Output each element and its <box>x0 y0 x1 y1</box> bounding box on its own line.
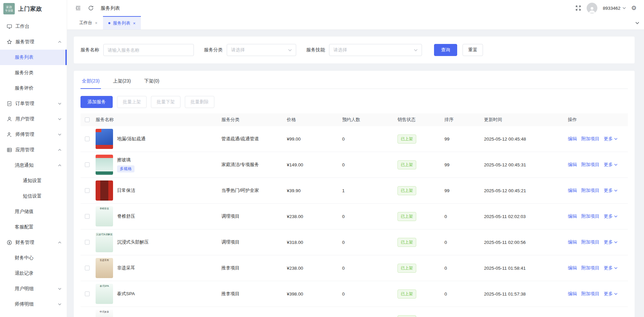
sidebar-item-notify-settings[interactable]: 通知设置 <box>0 173 67 189</box>
sidebar-item-label: 服务评价 <box>15 85 61 91</box>
refresh-icon[interactable] <box>88 5 94 11</box>
addon-items-link[interactable]: 附加项目 <box>581 188 599 194</box>
status-badge: 已上架 <box>397 289 416 299</box>
service-tag: 多规格 <box>117 165 135 172</box>
table-row: 非遗采耳 非遗采耳 推拿项目 ¥238.00 0 已上架 0 2025-05-1… <box>80 255 628 281</box>
topbar-right: 8933462 ⚙ <box>575 3 637 13</box>
user-avatar[interactable] <box>587 3 597 13</box>
row-checkbox[interactable] <box>85 214 90 219</box>
select-all-checkbox[interactable] <box>85 117 90 122</box>
col-actions: 操作 <box>568 117 628 123</box>
sidebar-item-finance-center[interactable]: 财务中心 <box>0 250 67 266</box>
settings-gear-icon[interactable]: ⚙ <box>631 5 637 11</box>
addon-items-link[interactable]: 附加项目 <box>581 136 599 142</box>
addon-items-link[interactable]: 附加项目 <box>581 239 599 245</box>
batch-on-shelf-button[interactable]: 批量上架 <box>117 96 147 108</box>
reset-button[interactable]: 重置 <box>463 44 483 56</box>
edit-link[interactable]: 编辑 <box>568 239 577 245</box>
sidebar-item-service-mgmt[interactable]: 服务管理 <box>0 34 67 50</box>
addon-items-link[interactable]: 附加项目 <box>581 162 599 168</box>
service-sort: 0 <box>444 292 484 297</box>
service-skill-select[interactable]: 请选择 <box>329 44 422 56</box>
sidebar-item-finance-mgmt[interactable]: 财务管理 <box>0 235 67 250</box>
service-category-select[interactable]: 请选择 <box>227 44 296 56</box>
more-link[interactable]: 更多 <box>604 162 618 168</box>
row-checkbox[interactable] <box>85 188 90 193</box>
tab-on-shelf[interactable]: 上架(23) <box>112 76 132 89</box>
sidebar-item-user-details[interactable]: 用户明细 <box>0 281 67 297</box>
user-icon <box>7 116 12 122</box>
service-category: 调理项目 <box>221 239 287 245</box>
sidebar-item-user-stored-value[interactable]: 用户储值 <box>0 204 67 219</box>
row-checkbox[interactable] <box>85 137 90 141</box>
sidebar-item-customer-service-config[interactable]: 客服配置 <box>0 219 67 235</box>
fullscreen-icon[interactable] <box>575 5 581 11</box>
tab-service-list[interactable]: 服务列表 × <box>103 16 141 30</box>
col-price: 价格 <box>287 117 342 123</box>
tab-list-dropdown[interactable] <box>635 16 639 30</box>
edit-link[interactable]: 编辑 <box>568 265 577 271</box>
sidebar-item-worker-details[interactable]: 师傅明细 <box>0 297 67 312</box>
more-link[interactable]: 更多 <box>604 213 618 219</box>
more-link[interactable]: 更多 <box>604 265 618 271</box>
service-name-wrap: 日常保洁 <box>117 188 135 194</box>
user-menu[interactable]: 8933462 <box>603 6 626 11</box>
sidebar-item-decoration-mgmt[interactable]: 装修管理 <box>0 312 67 317</box>
tab-workbench[interactable]: 工作台 × <box>74 16 103 30</box>
chevron-down-icon <box>614 190 618 192</box>
close-icon[interactable]: × <box>95 20 98 25</box>
table-row: 泰式SPA 泰式SPA 推拿项目 ¥398.00 0 已上架 0 2025-05… <box>80 281 628 307</box>
sidebar-item-service-review[interactable]: 服务评价 <box>0 81 67 96</box>
sidebar-item-label: 应用管理 <box>15 147 58 153</box>
collapse-sidebar-icon[interactable] <box>75 5 81 11</box>
sidebar-item-message-notify[interactable]: 消息通知 <box>0 158 67 173</box>
service-updated-time: 2025-05-12 00:45:31 <box>484 162 568 167</box>
logo[interactable]: 家政 专业版 上门家政 <box>0 0 67 17</box>
row-checkbox[interactable] <box>85 266 90 270</box>
more-link[interactable]: 更多 <box>604 239 618 245</box>
sidebar-item-user-mgmt[interactable]: 用户管理 <box>0 111 67 127</box>
more-link[interactable]: 更多 <box>604 291 618 297</box>
add-service-button[interactable]: 添加服务 <box>80 96 113 108</box>
more-link[interactable]: 更多 <box>604 136 618 142</box>
row-checkbox[interactable] <box>85 240 90 245</box>
addon-items-link[interactable]: 附加项目 <box>581 291 599 297</box>
row-checkbox[interactable] <box>85 162 90 167</box>
service-category: 推拿项目 <box>221 265 287 271</box>
sidebar-item-service-list[interactable]: 服务列表 <box>0 50 67 65</box>
sidebar-item-app-mgmt[interactable]: 应用管理 <box>0 142 67 158</box>
chevron-down-icon <box>623 7 626 9</box>
batch-delete-button[interactable]: 批量删除 <box>185 96 214 108</box>
service-name-input[interactable] <box>103 44 194 56</box>
edit-link[interactable]: 编辑 <box>568 162 577 168</box>
chevron-down-icon <box>614 267 618 269</box>
edit-link[interactable]: 编辑 <box>568 188 577 194</box>
col-bookings: 预约人数 <box>342 117 397 123</box>
close-icon[interactable]: × <box>133 21 136 26</box>
sidebar-item-refund-records[interactable]: 退款记录 <box>0 266 67 281</box>
edit-link[interactable]: 编辑 <box>568 291 577 297</box>
sidebar-item-order-mgmt[interactable]: 订单管理 <box>0 96 67 111</box>
addon-items-link[interactable]: 附加项目 <box>581 265 599 271</box>
more-link[interactable]: 更多 <box>604 188 618 194</box>
edit-link[interactable]: 编辑 <box>568 213 577 219</box>
tab-all[interactable]: 全部(23) <box>80 76 101 89</box>
sidebar-item-service-category[interactable]: 服务分类 <box>0 65 67 81</box>
row-checkbox[interactable] <box>85 292 90 296</box>
service-bookings: 0 <box>342 292 397 297</box>
batch-off-shelf-button[interactable]: 批量下架 <box>151 96 180 108</box>
edit-link[interactable]: 编辑 <box>568 136 577 142</box>
service-updated-time: 2025-05-11 02:00:56 <box>484 240 568 245</box>
sidebar-item-workbench[interactable]: 工作台 <box>0 19 67 34</box>
addon-items-link[interactable]: 附加项目 <box>581 213 599 219</box>
status-badge: 已上架 <box>397 238 416 247</box>
tab-off-shelf[interactable]: 下架(0) <box>143 76 161 89</box>
search-button[interactable]: 查询 <box>434 44 457 56</box>
sidebar-item-sms-settings[interactable]: 短信设置 <box>0 189 67 204</box>
table-body: 地漏/浴缸疏通 管道疏通/疏通管道 ¥99.00 0 已上架 99 2025-0… <box>80 126 628 317</box>
monitor-icon <box>7 24 12 29</box>
chevron-down-icon <box>614 164 618 166</box>
table-header: 服务名称 服务分类 价格 预约人数 销售状态 排序 更新时间 操作 <box>80 113 628 126</box>
service-category-label: 服务分类 <box>204 47 223 53</box>
sidebar-item-worker-mgmt[interactable]: 师傅管理 <box>0 127 67 142</box>
